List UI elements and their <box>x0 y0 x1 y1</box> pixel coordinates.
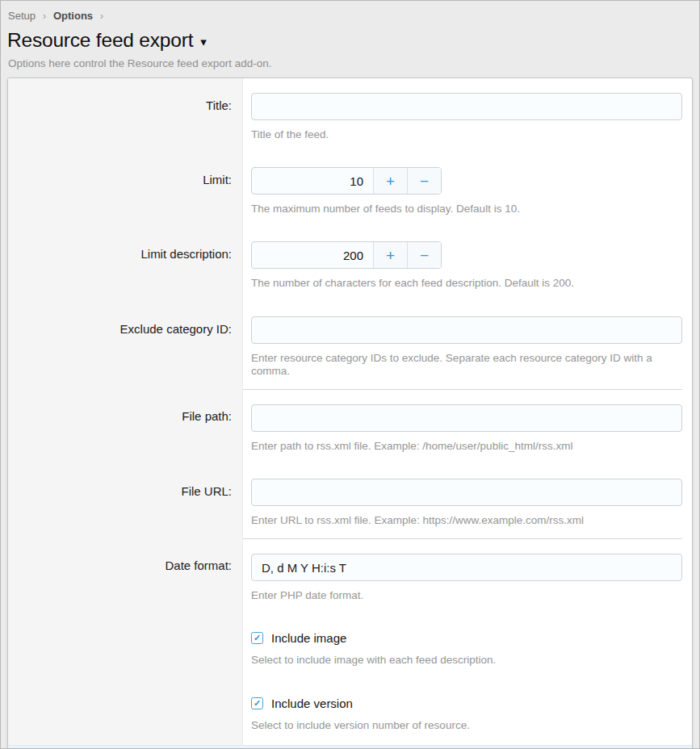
page-title: Resource feed export ▾ <box>7 29 691 52</box>
limit-description-hint: The number of characters for each feed d… <box>251 277 682 290</box>
file-path-input[interactable] <box>251 404 682 432</box>
title-label: Title: <box>8 78 243 153</box>
breadcrumb-setup[interactable]: Setup <box>8 10 36 22</box>
options-form: Title: Title of the feed. Limit: + − The… <box>7 77 693 749</box>
plus-icon: + <box>386 173 395 190</box>
limit-label: Limit: <box>8 153 243 227</box>
exclude-category-hint: Enter resource category IDs to exclude. … <box>251 352 682 378</box>
form-row-include-image: ✓ Include image Select to include image … <box>8 614 692 680</box>
form-row-limit-description: Limit description: + − The number of cha… <box>8 227 692 301</box>
title-hint: Title of the feed. <box>251 128 682 141</box>
limit-input[interactable] <box>252 168 373 194</box>
breadcrumb: Setup › Options › <box>8 10 691 22</box>
file-path-hint: Enter path to rss.xml file. Example: /ho… <box>251 440 682 453</box>
limit-description-spinner: + − <box>251 241 442 269</box>
minus-icon: − <box>420 247 429 264</box>
form-row-file-url: File URL: Enter URL to rss.xml file. Exa… <box>8 464 692 538</box>
include-version-checkbox-row[interactable]: ✓ Include version <box>251 697 682 710</box>
limit-spinner: + − <box>251 167 442 195</box>
form-row-date-format: Date format: Enter PHP date format. <box>8 538 692 613</box>
check-icon: ✓ <box>254 699 261 708</box>
exclude-category-input[interactable] <box>251 316 682 344</box>
title-dropdown-icon[interactable]: ▾ <box>200 32 206 49</box>
minus-icon: − <box>420 173 429 190</box>
plus-icon: + <box>386 247 395 264</box>
exclude-category-label: Exclude category ID: <box>8 302 243 389</box>
form-row-limit: Limit: + − The maximum number of feeds t… <box>8 153 692 227</box>
breadcrumb-separator-icon: › <box>100 10 103 22</box>
limit-description-input[interactable] <box>252 242 373 268</box>
limit-description-decrement-button[interactable]: − <box>407 242 441 268</box>
file-url-input[interactable] <box>251 479 682 506</box>
file-path-label: File path: <box>8 389 243 464</box>
file-url-label: File URL: <box>8 464 243 538</box>
date-format-input[interactable] <box>251 554 682 581</box>
include-image-hint: Select to include image with each feed d… <box>251 654 682 667</box>
limit-decrement-button[interactable]: − <box>407 168 441 194</box>
breadcrumb-options[interactable]: Options <box>53 10 93 22</box>
check-icon: ✓ <box>254 634 261 642</box>
include-image-label-cell <box>8 614 243 680</box>
page-header: Setup › Options › Resource feed export ▾… <box>1 1 699 77</box>
page-subtitle: Options here control the Resource feed e… <box>8 57 691 69</box>
form-row-include-version: ✓ Include version Select to include vers… <box>8 680 692 745</box>
include-version-checkbox[interactable]: ✓ <box>251 697 263 709</box>
include-version-label: Include version <box>271 697 353 710</box>
breadcrumb-separator-icon: › <box>43 10 46 22</box>
include-version-hint: Select to include version number of reso… <box>251 719 682 732</box>
limit-hint: The maximum number of feeds to display. … <box>251 203 682 215</box>
file-url-hint: Enter URL to rss.xml file. Example: http… <box>251 514 682 527</box>
limit-description-increment-button[interactable]: + <box>373 242 407 268</box>
form-footer: Save <box>8 745 692 749</box>
limit-increment-button[interactable]: + <box>373 168 407 194</box>
include-version-label-cell <box>8 680 243 745</box>
form-row-exclude-category: Exclude category ID: Enter resource cate… <box>8 302 692 389</box>
include-image-checkbox[interactable]: ✓ <box>251 632 263 644</box>
page-title-text: Resource feed export <box>7 29 193 52</box>
limit-description-label: Limit description: <box>8 227 243 301</box>
form-row-title: Title: Title of the feed. <box>8 78 692 153</box>
date-format-hint: Enter PHP date format. <box>251 589 682 602</box>
include-image-label: Include image <box>271 631 346 645</box>
form-row-file-path: File path: Enter path to rss.xml file. E… <box>8 389 692 464</box>
date-format-label: Date format: <box>8 538 243 613</box>
include-image-checkbox-row[interactable]: ✓ Include image <box>251 631 682 645</box>
title-input[interactable] <box>251 93 682 120</box>
